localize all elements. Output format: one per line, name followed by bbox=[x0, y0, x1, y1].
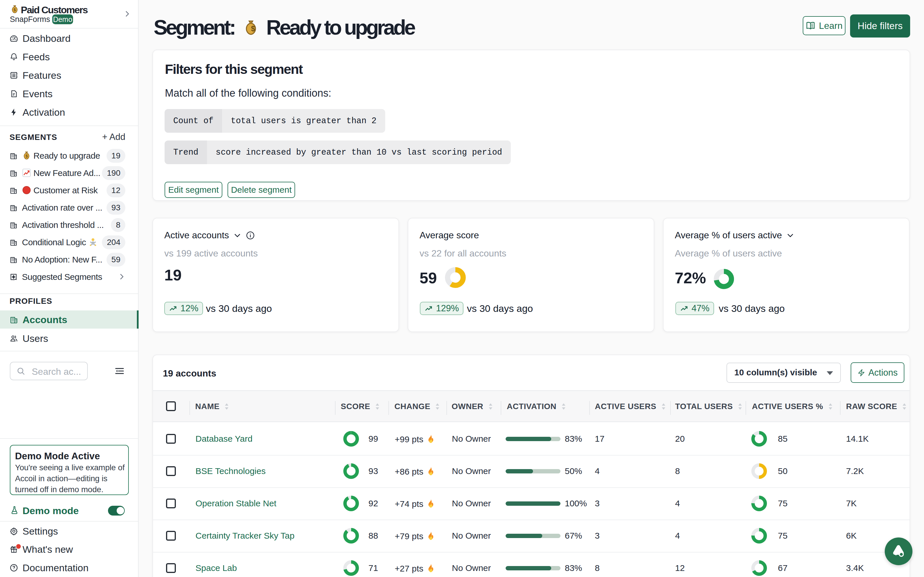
svg-text:$: $ bbox=[26, 154, 28, 158]
svg-text:$: $ bbox=[14, 8, 16, 12]
